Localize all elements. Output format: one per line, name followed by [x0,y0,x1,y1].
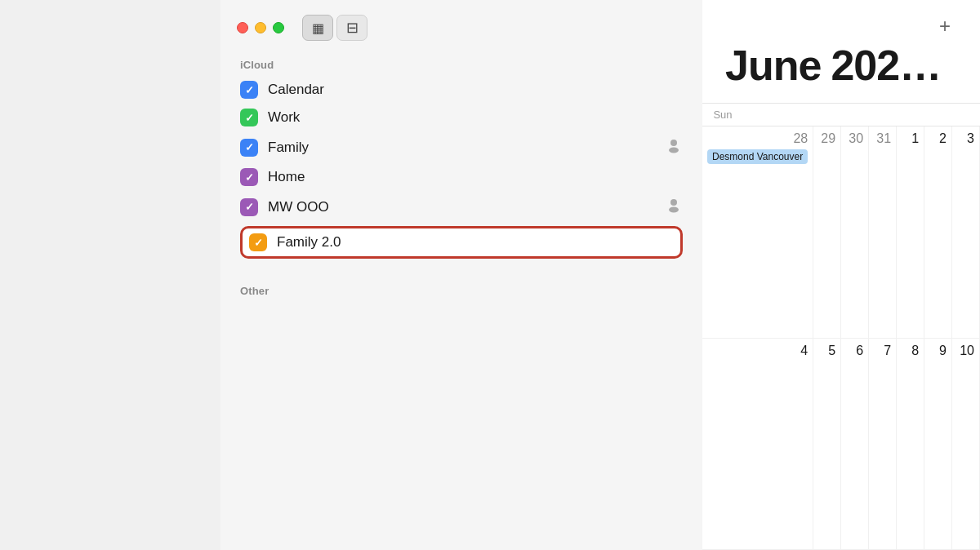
day-header-sun: Sun [702,104,742,126]
event-desmond[interactable]: Desmond Vancouver [707,149,808,164]
calendar-cell-5[interactable]: 5 [813,339,841,551]
day-header-fri [901,104,941,126]
svg-point-2 [670,199,677,206]
checkmark-icon: ✓ [245,172,254,183]
family-checkbox[interactable]: ✓ [240,139,258,157]
calendar-item-calendar[interactable]: ✓ Calendar [234,76,689,104]
calendar-item-family[interactable]: ✓ Family [234,131,689,163]
icloud-section-label: iCloud [234,52,689,76]
calendar-cell-6[interactable]: 6 [841,339,869,551]
checkmark-icon: ✓ [245,142,254,153]
sidebar-content: iCloud ✓ Calendar ✓ Work ✓ Family [220,52,702,550]
checkmark-icon: ✓ [254,237,263,248]
minimize-button[interactable] [255,22,266,33]
calendar-cell-29[interactable]: 29 [813,126,841,339]
checkmark-icon: ✓ [245,113,254,123]
home-item-label: Home [268,169,683,185]
calendar-cell-1[interactable]: 1 [897,126,924,339]
day-number-4: 4 [707,344,808,358]
traffic-lights [237,22,284,33]
calendar-item-work[interactable]: ✓ Work [234,104,689,131]
day-number-30: 30 [846,131,863,146]
maximize-button[interactable] [273,22,284,33]
family2-name-input[interactable] [277,234,674,251]
calendar-cell-31[interactable]: 31 [869,126,897,339]
other-section-label: Other [234,278,689,302]
left-panel [0,0,220,550]
mwooo-shared-icon [665,196,683,218]
calendar-cell-2[interactable]: 2 [924,126,952,339]
day-number-28: 28 [707,131,808,146]
mwooo-checkbox[interactable]: ✓ [240,198,258,216]
mwooo-item-label: MW OOO [268,199,655,215]
day-number-2: 2 [929,131,947,146]
checkmark-icon: ✓ [245,85,254,95]
home-checkbox[interactable]: ✓ [240,168,258,186]
calendar-cell-28[interactable]: 28 Desmond Vancouver [702,126,813,339]
day-number-31: 31 [874,131,891,146]
sidebar: ▦ ⊟ iCloud ✓ Calendar ✓ Work ✓ [220,0,702,550]
svg-point-0 [670,140,677,146]
calendar-cell-10[interactable]: 10 [952,339,980,551]
day-number-3: 3 [957,131,974,146]
work-item-label: Work [268,109,683,126]
add-event-button[interactable]: + [933,11,957,41]
calendar-view-button[interactable]: ▦ [302,15,333,41]
day-header-sat [940,104,980,126]
calendar-cell-30[interactable]: 30 [841,126,869,339]
toolbar-buttons: ▦ ⊟ [302,15,368,41]
month-label: June [725,41,821,90]
family-item-label: Family [268,140,655,156]
calendar-cell-7[interactable]: 7 [869,339,897,551]
day-number-29: 29 [818,131,835,146]
editing-row-family2[interactable]: ✓ [240,226,683,259]
calendar-item-label: Calendar [268,82,683,98]
day-headers: Sun [702,103,980,126]
calendar-item-home[interactable]: ✓ Home [234,163,689,191]
day-header-mon [742,104,782,126]
day-header-wed [822,104,862,126]
day-header-thu [861,104,901,126]
titlebar: ▦ ⊟ [220,0,702,52]
calendar-cell-8[interactable]: 8 [897,339,924,551]
svg-point-3 [669,207,679,213]
main-area: + June 202… Sun 28 Desmond Vancouver 29 … [702,0,980,550]
calendar-cell-3[interactable]: 3 [952,126,980,339]
svg-point-1 [669,148,679,153]
calendar-grid-icon: ▦ [312,20,324,36]
day-number-1: 1 [902,131,919,146]
calendar-item-mwooo[interactable]: ✓ MW OOO [234,191,689,223]
calendar-cell-4[interactable]: 4 [702,339,813,551]
checkmark-icon: ✓ [245,202,254,212]
main-header: + [702,0,980,41]
calendar-grid: 28 Desmond Vancouver 29 30 31 1 2 3 4 5 … [702,126,980,550]
calendar-cell-9[interactable]: 9 [924,339,952,551]
year-label: 202… [831,41,941,90]
inbox-button[interactable]: ⊟ [336,15,368,41]
close-button[interactable] [237,22,248,33]
family-shared-icon [665,136,683,158]
day-header-tue [782,104,822,126]
calendar-checkbox[interactable]: ✓ [240,81,258,99]
family2-checkbox[interactable]: ✓ [249,233,267,251]
month-year-header: June 202… [702,41,980,103]
work-checkbox[interactable]: ✓ [240,109,258,126]
inbox-icon: ⊟ [346,19,359,37]
